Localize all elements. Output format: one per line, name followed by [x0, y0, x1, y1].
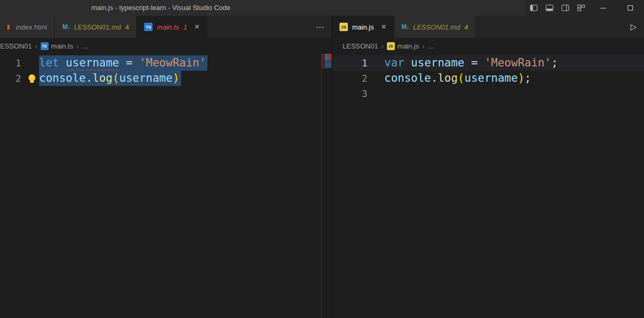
code-token: )	[518, 72, 525, 84]
breadcrumb-folder[interactable]: LESSON01	[0, 42, 32, 50]
code-token: let	[39, 56, 59, 69]
overview-error-bar	[321, 54, 324, 69]
breadcrumb-file[interactable]: main.ts	[51, 42, 73, 50]
customize-layout-icon[interactable]	[573, 0, 589, 16]
run-file-icon[interactable]: ▷	[630, 16, 637, 38]
editor-group-right: JS main.js × M↓ LESSON01.md 4 ▷ LESSON01…	[332, 16, 644, 318]
code-token: .	[431, 72, 438, 84]
code-line[interactable]: 2console.log(username);	[332, 71, 644, 86]
code-line[interactable]: 2console.log(username)	[0, 71, 332, 86]
line-number[interactable]: 1	[0, 55, 21, 71]
minimize-button[interactable]	[589, 0, 617, 16]
line-number[interactable]: 1	[332, 55, 367, 71]
toggle-panel-icon[interactable]	[542, 0, 557, 16]
tab-index-html[interactable]: index.html	[0, 16, 55, 38]
javascript-icon: JS	[387, 42, 395, 50]
code-text[interactable]: console.log(username)	[39, 71, 181, 86]
code-token	[404, 56, 411, 69]
code-area: 1var username = 'MeowRain';2console.log(…	[332, 54, 644, 101]
line-number[interactable]: 3	[332, 86, 367, 101]
breadcrumb-symbol[interactable]: …	[428, 42, 434, 50]
code-token: 'MeowRain'	[139, 56, 206, 69]
code-text[interactable]: console.log(username);	[384, 72, 531, 84]
tabstrip-right: JS main.js × M↓ LESSON01.md 4 ▷	[332, 16, 644, 38]
code-token: console	[39, 72, 86, 84]
code-token: .	[86, 72, 93, 84]
code-token: =	[465, 56, 485, 69]
minimize-icon	[600, 8, 606, 8]
code-token: log	[92, 72, 112, 84]
minimap-error-mark	[328, 54, 332, 61]
code-token: console	[384, 72, 431, 84]
tab-label: LESSON01.md	[74, 23, 121, 31]
editor-group-left: index.html M↓ LESSON01.md 4 TS main.ts 1…	[0, 16, 332, 318]
typescript-icon: TS	[41, 42, 49, 50]
chevron-right-icon: ›	[422, 42, 424, 50]
code-token: username	[411, 56, 465, 69]
problems-badge: 4	[464, 23, 468, 31]
tab-main-js[interactable]: JS main.js ×	[332, 16, 394, 38]
more-actions-icon[interactable]: ⋯	[316, 16, 324, 38]
close-icon[interactable]: ×	[195, 23, 200, 31]
code-token: ;	[525, 72, 532, 84]
editor-main-ts[interactable]: 1let username = 'MeowRain'2console.log(u…	[0, 54, 332, 318]
code-token: (	[458, 72, 465, 84]
problems-badge: 1	[183, 23, 187, 31]
tabstrip-left: index.html M↓ LESSON01.md 4 TS main.ts 1…	[0, 16, 332, 38]
code-token: username	[119, 72, 173, 84]
code-token: =	[119, 56, 139, 69]
minimap-selection-mark	[325, 54, 328, 61]
code-text[interactable]: var username = 'MeowRain';	[384, 56, 558, 69]
toggle-secondary-sidebar-icon[interactable]	[557, 0, 573, 16]
code-text[interactable]: let username = 'MeowRain'	[39, 55, 207, 71]
vscode-window: main.js - typescript-learn - Visual Stud…	[0, 0, 644, 318]
breadcrumb-file[interactable]: main.js	[397, 42, 419, 50]
maximize-icon	[628, 5, 633, 11]
code-line[interactable]: 1var username = 'MeowRain';	[332, 55, 644, 71]
window-title: main.js - typescript-learn - Visual Stud…	[91, 0, 231, 16]
code-token: 'MeowRain'	[485, 56, 551, 69]
titlebar[interactable]: main.js - typescript-learn - Visual Stud…	[0, 0, 644, 16]
line-number[interactable]: 2	[332, 71, 367, 86]
code-token: username	[465, 72, 518, 84]
chevron-right-icon: ›	[76, 42, 78, 50]
line-number[interactable]: 2	[0, 71, 21, 86]
code-token: log	[438, 72, 458, 84]
tab-label: LESSON01.md	[413, 23, 460, 31]
code-token: username	[66, 56, 119, 69]
code-token: var	[384, 56, 404, 69]
code-token	[59, 56, 66, 69]
problems-badge: 4	[125, 23, 129, 31]
javascript-icon: JS	[339, 23, 348, 31]
breadcrumb-folder[interactable]: LESSON01	[343, 42, 378, 50]
minimap-selection-mark	[325, 61, 332, 68]
chevron-right-icon: ›	[381, 42, 383, 50]
code-token: ;	[551, 56, 558, 69]
breadcrumb-left: LESSON01 › TS main.ts › …	[0, 38, 332, 54]
tab-lesson01-md[interactable]: M↓ LESSON01.md 4	[55, 16, 137, 38]
code-token: (	[112, 72, 119, 84]
typescript-icon: TS	[144, 23, 153, 31]
code-token: )	[173, 72, 179, 84]
tab-label: main.js	[352, 23, 374, 31]
maximize-button[interactable]	[617, 0, 644, 16]
tab-label: index.html	[16, 23, 47, 31]
tab-label: main.ts	[157, 23, 179, 31]
tab-lesson01-md[interactable]: M↓ LESSON01.md 4	[394, 16, 476, 38]
close-icon[interactable]: ×	[381, 23, 386, 31]
markdown-icon: M↓	[62, 23, 70, 31]
lightbulb-icon[interactable]	[29, 74, 35, 81]
html-icon	[7, 25, 10, 30]
code-line[interactable]: 1let username = 'MeowRain'	[0, 55, 332, 71]
breadcrumb-symbol[interactable]: …	[82, 42, 89, 50]
tab-main-ts[interactable]: TS main.ts 1 ×	[137, 16, 207, 38]
titlebar-controls	[526, 0, 644, 16]
editor-main-js[interactable]: 1var username = 'MeowRain';2console.log(…	[332, 54, 644, 318]
code-area: 1let username = 'MeowRain'2console.log(u…	[0, 54, 332, 86]
chevron-right-icon: ›	[35, 42, 37, 50]
toggle-primary-sidebar-icon[interactable]	[526, 0, 542, 16]
code-line[interactable]: 3	[332, 86, 644, 101]
markdown-icon: M↓	[402, 23, 409, 31]
overview-ruler[interactable]	[321, 54, 332, 318]
breadcrumb-right: LESSON01 › JS main.js › …	[332, 38, 644, 54]
